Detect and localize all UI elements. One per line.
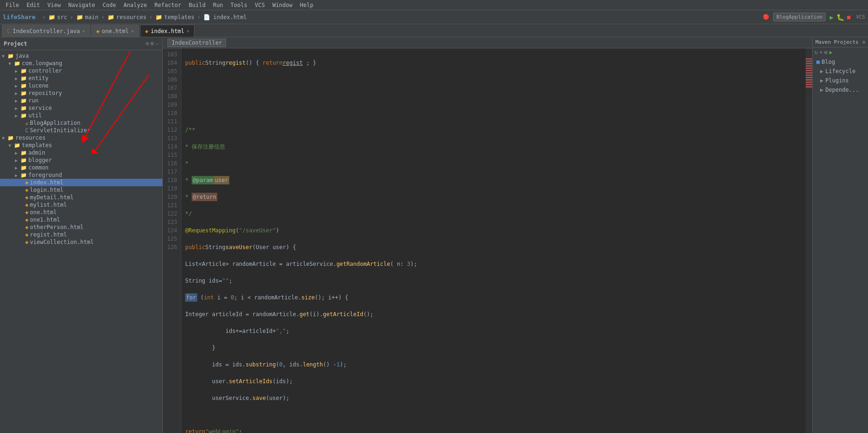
tree-item-foreground[interactable]: ▶ 📁 foreground	[0, 171, 162, 179]
main-folder-icon: 📁	[76, 14, 83, 20]
tree-item-mylisthtml[interactable]: ▶ ◈ mylist.html	[0, 201, 162, 209]
menu-code[interactable]: Code	[99, 0, 120, 10]
tree-item-controller[interactable]: ▶ 📁 controller	[0, 67, 162, 74]
tree-label-onehtml-tree: one.html	[30, 209, 57, 216]
code-line-121: ids = ids.substring(0, ids.length() -1);	[185, 360, 804, 369]
tree-arrow-templates: ▼	[8, 143, 13, 148]
maven-add-icon[interactable]: +	[820, 49, 823, 55]
tree-item-blogapplication[interactable]: ▶ ☕ BlogApplication	[0, 119, 162, 127]
menu-help[interactable]: Help	[296, 0, 317, 10]
breadcrumb-resources[interactable]: resources	[116, 14, 147, 20]
code-line-113: @RequestMapping("/saveUser")	[185, 226, 804, 235]
maven-plugins-label: Plugins	[825, 77, 849, 84]
code-breadcrumb: IndexController	[163, 37, 812, 48]
debug-button[interactable]: 🐛	[836, 14, 844, 21]
tree-item-comlongwang[interactable]: ▼ 📁 com.longwang	[0, 60, 162, 67]
tree-item-resources[interactable]: ▼ 📁 resources	[0, 134, 162, 142]
code-line-120: }	[185, 344, 804, 352]
code-editor[interactable]: 103 104 105 106 107 108 109 110 111 112 …	[163, 48, 806, 433]
tree-folder-icon-foreground: 📁	[20, 172, 27, 178]
tree-label-entity: entity	[28, 75, 48, 81]
tree-item-mydetailhtml[interactable]: ▶ ◈ myDetail.html	[0, 194, 162, 201]
tree-label-common: common	[28, 164, 48, 171]
menu-vcs[interactable]: VCS	[251, 0, 269, 10]
tree-item-templates[interactable]: ▼ 📁 templates	[0, 142, 162, 149]
maven-item-blog[interactable]: ■ Blog	[813, 57, 868, 67]
maven-plugins-arrow: ▶	[820, 77, 823, 84]
menu-tools[interactable]: Tools	[227, 0, 251, 10]
menu-file[interactable]: File	[2, 0, 23, 10]
menu-edit[interactable]: Edit	[23, 0, 44, 10]
tree-item-run[interactable]: ▶ 📁 run	[0, 97, 162, 104]
code-line-103: public String regist() { return regist ;…	[185, 59, 804, 67]
tree-label-registhtml: regist.html	[30, 231, 67, 238]
tree-item-common[interactable]: ▶ 📁 common	[0, 164, 162, 171]
main-content: Project ⚙ ⊞ – ▼ 📁 java ▼ 📁 com.longwang	[0, 37, 868, 433]
indicator-4	[806, 65, 812, 67]
tree-arrow-blogger: ▶	[15, 158, 20, 163]
tree-item-lucene[interactable]: ▶ 📁 lucene	[0, 82, 162, 89]
breadcrumb-src[interactable]: src	[57, 14, 67, 20]
tree-item-servletinitializer[interactable]: ▶ C ServletInitializer	[0, 127, 162, 134]
menu-window[interactable]: Window	[268, 0, 296, 10]
tab-indexhtml[interactable]: ◈ index.html ✕	[140, 25, 195, 37]
code-line-114: public String saveUser(User user) {	[185, 243, 804, 251]
tree-item-loginhtml[interactable]: ▶ ◈ login.html	[0, 186, 162, 194]
maven-panel-header: Maven Projects ⚙	[813, 37, 868, 47]
sidebar-expand-icon[interactable]: ⊞	[151, 41, 154, 47]
tree-spacer-servlet: ▶	[20, 128, 24, 133]
tree-item-entity[interactable]: ▶ 📁 entity	[0, 74, 162, 82]
tree-item-viewcollectionhtml[interactable]: ▶ ◈ viewCollection.html	[0, 238, 162, 246]
code-lines: 103 104 105 106 107 108 109 110 111 112 …	[163, 48, 806, 433]
maven-item-lifecycle[interactable]: ▶ Lifecycle	[813, 67, 868, 76]
breadcrumb-templates[interactable]: templates	[164, 14, 194, 20]
tree-item-java[interactable]: ▼ 📁 java	[0, 52, 162, 60]
tree-html-icon-indexhtml: ◈	[25, 179, 28, 186]
tree-item-blogger[interactable]: ▶ 📁 blogger	[0, 156, 162, 164]
sidebar: Project ⚙ ⊞ – ▼ 📁 java ▼ 📁 com.longwang	[0, 37, 163, 433]
maven-run-icon[interactable]: ▶	[829, 49, 833, 55]
menu-run[interactable]: Run	[209, 0, 227, 10]
maven-refresh-icon[interactable]: ↻	[815, 49, 818, 55]
tree-label-mylisthtml: mylist.html	[30, 202, 67, 208]
tree-item-otherpersonhtml[interactable]: ▶ ◈ otherPerson.html	[0, 223, 162, 231]
stop-button[interactable]: ■	[847, 14, 850, 20]
templates-folder-icon: 📁	[155, 14, 162, 20]
tree-item-registhtml[interactable]: ▶ ◈ regist.html	[0, 231, 162, 238]
tree-item-util[interactable]: ▶ 📁 util	[0, 112, 162, 119]
tab-close-indexhtml[interactable]: ✕	[187, 28, 189, 34]
tab-indexcontroller[interactable]: C IndexController.java ✕	[2, 25, 90, 37]
tree-item-indexhtml[interactable]: ▶ ◈ index.html	[0, 179, 162, 186]
breadcrumb-indexhtml[interactable]: index.html	[213, 14, 247, 20]
run-config-dropdown[interactable]: BlogApplication	[773, 13, 826, 21]
maven-blog-label: Blog	[821, 59, 835, 65]
sidebar-settings-icon[interactable]: ⚙	[146, 41, 149, 47]
tree-spacer-loginhtml: ▶	[20, 188, 24, 193]
sidebar-collapse-icon[interactable]: –	[155, 41, 159, 47]
tree-spacer-regist: ▶	[20, 232, 24, 237]
tree-item-repository[interactable]: ▶ 📁 repository	[0, 89, 162, 97]
maven-item-plugins[interactable]: ▶ Plugins	[813, 76, 868, 85]
maven-expand-icon[interactable]: ⊞	[824, 49, 828, 55]
tab-onehtml[interactable]: ◈ one.html ✕	[91, 25, 139, 37]
menu-analyze[interactable]: Analyze	[120, 0, 151, 10]
tree-item-service[interactable]: ▶ 📁 service	[0, 104, 162, 112]
tree-item-one1html[interactable]: ▶ ◈ one1.html	[0, 216, 162, 223]
tree-item-onehtml[interactable]: ▶ ◈ one.html	[0, 209, 162, 216]
menu-view[interactable]: View	[44, 0, 65, 10]
code-line-105	[185, 92, 804, 101]
menu-build[interactable]: Build	[185, 0, 209, 10]
run-button[interactable]: ▶	[829, 14, 833, 21]
tab-close-indexcontroller[interactable]: ✕	[82, 28, 85, 34]
menu-navigate[interactable]: Navigate	[65, 0, 99, 10]
code-line-123: userService.save(user);	[185, 394, 804, 402]
breadcrumb-main[interactable]: main	[85, 14, 99, 20]
tab-close-onehtml[interactable]: ✕	[131, 28, 134, 34]
maven-panel-settings-icon[interactable]: ⚙	[862, 39, 865, 45]
maven-item-dependencies[interactable]: ▶ Depende...	[813, 85, 868, 95]
tree-item-admin[interactable]: ▶ 📁 admin	[0, 149, 162, 156]
code-line-110: * @param user	[185, 176, 804, 184]
line-numbers: 103 104 105 106 107 108 109 110 111 112 …	[163, 48, 181, 433]
indicator-9	[806, 77, 812, 78]
menu-refactor[interactable]: Refactor	[151, 0, 185, 10]
